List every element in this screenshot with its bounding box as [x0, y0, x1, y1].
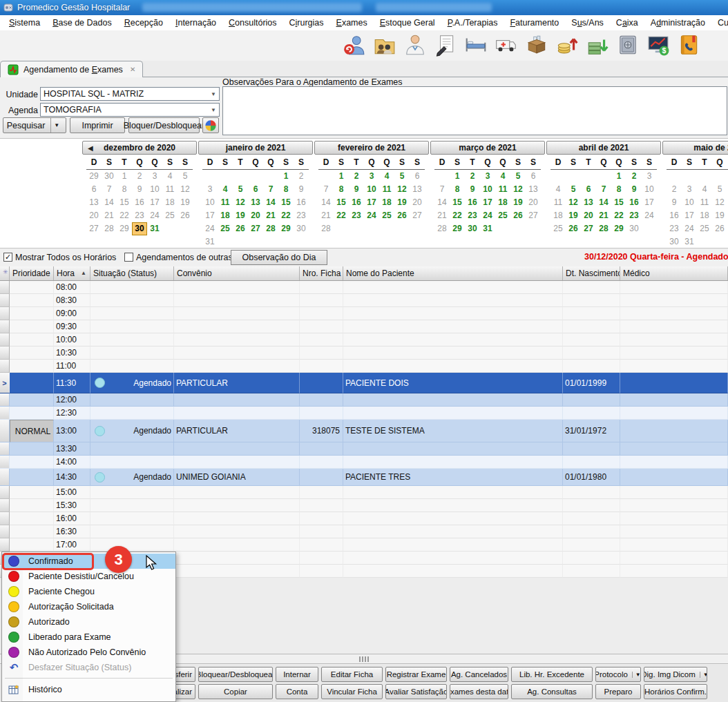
- header-cell[interactable]: ✳: [0, 266, 10, 280]
- day-cell[interactable]: 1: [334, 170, 349, 183]
- day-cell[interactable]: 9: [349, 183, 364, 196]
- action-button-copiar[interactable]: Copiar: [198, 684, 273, 699]
- table-row[interactable]: 12:00: [0, 393, 728, 407]
- action-button-preparo[interactable]: Preparo: [595, 684, 641, 699]
- day-cell[interactable]: 16: [132, 196, 147, 209]
- patients-folder-icon[interactable]: [373, 33, 396, 57]
- month-title[interactable]: ◀ fevereiro de 2021: [314, 141, 429, 155]
- other-units-checkbox[interactable]: [124, 253, 133, 262]
- row-indicator[interactable]: [0, 333, 10, 347]
- day-cell[interactable]: 23: [349, 209, 364, 222]
- day-cell[interactable]: 1: [117, 170, 132, 183]
- day-cell[interactable]: 26: [712, 222, 727, 235]
- day-cell[interactable]: 15: [334, 196, 349, 209]
- day-cell[interactable]: 17: [364, 196, 379, 209]
- menu-item-custo[interactable]: Custo: [711, 18, 728, 28]
- table-row[interactable]: > 11:30 Agendado PARTICULAR PACIENTE DOI…: [0, 373, 728, 393]
- action-button-ag-cancelados[interactable]: Ag. Cancelados: [450, 667, 508, 682]
- action-button-ag-consultas[interactable]: Ag. Consultas: [511, 684, 593, 699]
- menu-item-p-a-terapias[interactable]: P.A./Terapias: [441, 18, 504, 28]
- day-cell[interactable]: 17: [147, 196, 162, 209]
- action-button-avaliar-satisfa-o[interactable]: Avaliar Satisfação: [385, 684, 447, 699]
- month-title[interactable]: ◀ dezembro de 2020: [82, 141, 197, 155]
- split-arrow-icon[interactable]: ▼: [632, 672, 641, 678]
- table-row[interactable]: 15:00: [0, 486, 728, 499]
- day-cell[interactable]: 23: [294, 209, 309, 222]
- print-button[interactable]: Imprimir: [70, 117, 125, 133]
- action-button-editar-ficha[interactable]: Editar Ficha: [321, 667, 383, 682]
- day-cell[interactable]: 30: [102, 170, 117, 183]
- day-cell[interactable]: 13: [526, 183, 541, 196]
- day-cell[interactable]: 29: [450, 222, 465, 235]
- row-indicator[interactable]: >: [0, 373, 10, 393]
- day-cell[interactable]: 9: [294, 183, 309, 196]
- day-cell[interactable]: 26: [233, 222, 248, 235]
- day-cell[interactable]: 18: [550, 209, 566, 222]
- day-cell[interactable]: 22: [117, 209, 132, 222]
- tab-agendamento-de-exames[interactable]: Agendamento de Exames ✕: [0, 61, 143, 77]
- day-cell[interactable]: 19: [394, 196, 410, 209]
- finance-chart-icon[interactable]: $: [646, 33, 670, 57]
- day-cell[interactable]: 6: [248, 183, 263, 196]
- table-row[interactable]: 12:30: [0, 407, 728, 420]
- day-cell[interactable]: 27: [86, 222, 102, 235]
- day-cell[interactable]: 10: [682, 196, 697, 209]
- phone-directory-icon[interactable]: [677, 33, 700, 57]
- table-row[interactable]: 14:30 Agendado UNIMED GOIANIA PACIENTE T…: [0, 469, 728, 486]
- day-cell[interactable]: 30: [667, 235, 682, 248]
- day-cell[interactable]: 24: [202, 222, 218, 235]
- show-all-times-checkbox[interactable]: ✓: [3, 253, 12, 262]
- table-row[interactable]: 09:30: [0, 320, 728, 333]
- day-cell[interactable]: 2: [132, 170, 147, 183]
- day-cell[interactable]: 5: [712, 183, 727, 196]
- menu-item-faturamento[interactable]: Faturamento: [504, 18, 565, 28]
- day-cell[interactable]: 12: [712, 196, 727, 209]
- day-cell[interactable]: 18: [379, 196, 394, 209]
- day-cell[interactable]: 6: [581, 183, 596, 196]
- day-cell[interactable]: 18: [162, 196, 178, 209]
- day-observation-button[interactable]: Observação do Dia: [231, 250, 327, 265]
- day-cell[interactable]: 7: [596, 183, 611, 196]
- action-button-dig-img-dicom[interactable]: Dig. Img Dicom ▼: [644, 667, 707, 682]
- day-cell[interactable]: 27: [248, 222, 263, 235]
- day-cell[interactable]: 12: [510, 183, 526, 196]
- day-cell[interactable]: 20: [410, 196, 425, 209]
- observations-box[interactable]: [222, 86, 727, 135]
- menu-item-administra-o[interactable]: Administração: [644, 18, 711, 28]
- day-cell[interactable]: 12: [394, 183, 410, 196]
- day-cell[interactable]: 17: [682, 209, 697, 222]
- day-cell[interactable]: 15: [611, 196, 626, 209]
- day-cell[interactable]: 6: [410, 170, 425, 183]
- day-cell[interactable]: 14: [102, 196, 117, 209]
- day-cell[interactable]: 25: [218, 222, 233, 235]
- day-cell[interactable]: 21: [434, 209, 450, 222]
- day-cell[interactable]: 9: [667, 196, 682, 209]
- search-dropdown-icon[interactable]: ▼: [51, 122, 62, 128]
- chevron-down-icon[interactable]: ▼: [211, 91, 216, 97]
- day-cell[interactable]: 2: [349, 170, 364, 183]
- context-menu-item-autorizado[interactable]: Autorizado: [2, 614, 175, 630]
- table-row[interactable]: 15:30: [0, 499, 728, 512]
- day-cell[interactable]: 4: [379, 170, 394, 183]
- day-cell[interactable]: 3: [202, 183, 218, 196]
- day-cell[interactable]: 26: [510, 209, 526, 222]
- day-cell[interactable]: 28: [596, 222, 611, 235]
- split-arrow-icon[interactable]: ▼: [700, 672, 707, 678]
- day-cell[interactable]: 3: [642, 170, 657, 183]
- selected-day-cell[interactable]: 30: [132, 222, 147, 235]
- day-cell[interactable]: 11: [162, 183, 178, 196]
- day-cell[interactable]: 14: [263, 196, 278, 209]
- menu-item-consult-rios[interactable]: Consultórios: [222, 18, 282, 28]
- day-cell[interactable]: 22: [278, 209, 294, 222]
- day-cell[interactable]: 14: [318, 196, 334, 209]
- row-indicator[interactable]: [0, 538, 10, 552]
- user-sync-icon[interactable]: [343, 33, 366, 57]
- day-cell[interactable]: 6: [526, 170, 541, 183]
- month-title[interactable]: ◀ janeiro de 2021: [198, 141, 313, 155]
- day-cell[interactable]: 2: [465, 170, 480, 183]
- day-cell[interactable]: 17: [202, 209, 218, 222]
- day-cell[interactable]: 22: [611, 209, 626, 222]
- menu-item-sus-ans[interactable]: Sus/Ans: [565, 18, 610, 28]
- day-cell[interactable]: 21: [263, 209, 278, 222]
- day-cell[interactable]: 10: [364, 183, 379, 196]
